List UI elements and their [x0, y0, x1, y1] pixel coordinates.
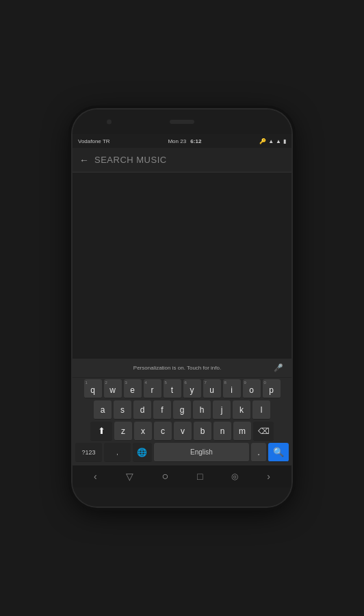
search-bar: ← SEARCH MUSIC — [73, 148, 291, 172]
phone-speaker — [170, 120, 194, 124]
key-row-1: 1q 2w 3e 4r 5t 6y 7u 8i 9o 0p — [75, 379, 289, 398]
personalization-text: Personalization is on. Touch for info. — [81, 365, 274, 371]
key-l[interactable]: l — [252, 400, 270, 420]
key-t[interactable]: 5t — [164, 379, 181, 398]
key-u[interactable]: 7u — [203, 379, 221, 398]
nav-menu-icon[interactable]: ▽ — [126, 471, 133, 482]
status-bar: Vodafone TR Mon 23 6:12 🔑 ▲ ▲ ▮ — [73, 134, 291, 148]
key-c[interactable]: c — [154, 422, 172, 441]
carrier-text: Vodafone TR — [78, 138, 110, 144]
key-b[interactable]: b — [194, 422, 211, 441]
key-icon: 🔑 — [259, 138, 266, 144]
key-m[interactable]: m — [233, 422, 251, 441]
keyboard-area: Personalization is on. Touch for info. 🎤… — [73, 359, 291, 465]
key-n[interactable]: n — [213, 422, 231, 441]
nav-home-icon[interactable]: ○ — [161, 470, 168, 483]
nav-forward-icon[interactable]: › — [267, 471, 270, 482]
key-k[interactable]: k — [233, 400, 250, 420]
personalization-bar[interactable]: Personalization is on. Touch for info. 🎤 — [73, 359, 291, 378]
key-v[interactable]: v — [174, 422, 192, 441]
key-z[interactable]: z — [114, 422, 132, 441]
phone-screen: Vodafone TR Mon 23 6:12 🔑 ▲ ▲ ▮ ← SEARCH… — [73, 134, 291, 487]
key-j[interactable]: j — [213, 400, 231, 420]
key-r[interactable]: 4r — [144, 379, 161, 398]
nav-bar: ‹ ▽ ○ □ ◎ › — [73, 465, 291, 487]
phone-top-bezel — [73, 110, 291, 134]
phone-device: Vodafone TR Mon 23 6:12 🔑 ▲ ▲ ▮ ← SEARCH… — [73, 110, 291, 506]
globe-key[interactable]: 🌐 — [133, 443, 152, 462]
signal-icon: ▲ — [276, 138, 281, 144]
nav-search-icon[interactable]: ◎ — [231, 472, 238, 481]
wifi-icon: ▲ — [268, 138, 274, 144]
status-icons: 🔑 ▲ ▲ ▮ — [259, 138, 286, 144]
key-i[interactable]: 8i — [223, 379, 241, 398]
key-row-3: ⬆ z x c v b n m ⌫ — [75, 422, 289, 441]
key-d[interactable]: d — [133, 400, 151, 420]
shift-key[interactable]: ⬆ — [90, 422, 112, 441]
key-g[interactable]: g — [173, 400, 191, 420]
key-f[interactable]: f — [153, 400, 171, 420]
key-w[interactable]: 2w — [104, 379, 122, 398]
phone-bottom-bezel — [73, 487, 291, 506]
keyboard-rows: 1q 2w 3e 4r 5t 6y 7u 8i 9o 0p a s d f — [73, 378, 291, 465]
key-o[interactable]: 9o — [243, 379, 261, 398]
phone-camera — [107, 120, 112, 125]
status-clock: 6:12 — [190, 138, 201, 144]
key-e[interactable]: 3e — [124, 379, 142, 398]
key-a[interactable]: a — [94, 400, 112, 420]
comma-key[interactable]: , — [104, 443, 131, 462]
content-area — [73, 172, 291, 359]
nav-back-icon[interactable]: ‹ — [94, 471, 97, 482]
nav-recents-icon[interactable]: □ — [197, 471, 203, 482]
key-row-2: a s d f g h j k l — [75, 400, 289, 420]
status-date: Mon 23 — [168, 138, 186, 144]
key-x[interactable]: x — [134, 422, 152, 441]
key-s[interactable]: s — [114, 400, 131, 420]
period-key[interactable]: . — [251, 443, 266, 462]
search-action-key[interactable]: 🔍 — [268, 443, 289, 462]
key-row-bottom: ?123 , 🌐 English . 🔍 — [75, 443, 289, 462]
search-placeholder[interactable]: SEARCH MUSIC — [94, 155, 285, 165]
space-key[interactable]: English — [154, 443, 249, 462]
numbers-key[interactable]: ?123 — [75, 443, 102, 462]
key-h[interactable]: h — [193, 400, 211, 420]
delete-key[interactable]: ⌫ — [253, 422, 274, 441]
mic-icon[interactable]: 🎤 — [274, 363, 283, 372]
back-button[interactable]: ← — [79, 155, 89, 166]
status-time: Mon 23 6:12 — [168, 138, 201, 144]
battery-icon: ▮ — [283, 138, 286, 144]
key-q[interactable]: 1q — [84, 379, 102, 398]
key-y[interactable]: 6y — [183, 379, 201, 398]
key-p[interactable]: 0p — [263, 379, 281, 398]
